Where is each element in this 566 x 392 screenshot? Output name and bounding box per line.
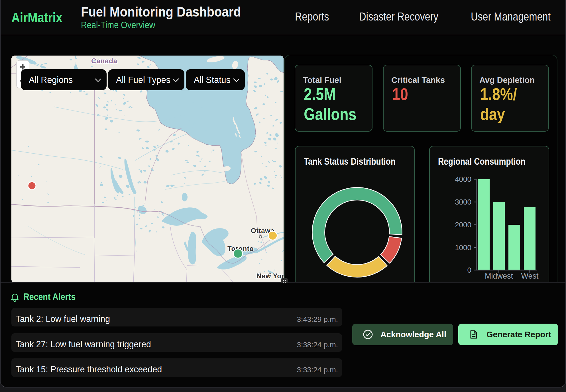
svg-text:4000: 4000 (455, 175, 471, 183)
svg-text:Canada: Canada (91, 57, 117, 65)
svg-text:1000: 1000 (455, 243, 471, 252)
svg-text:0: 0 (467, 266, 471, 274)
svg-text:Midwest: Midwest (485, 272, 513, 280)
svg-text:West: West (521, 272, 539, 280)
svg-text:3000: 3000 (455, 198, 471, 206)
svg-text:2000: 2000 (455, 220, 471, 229)
